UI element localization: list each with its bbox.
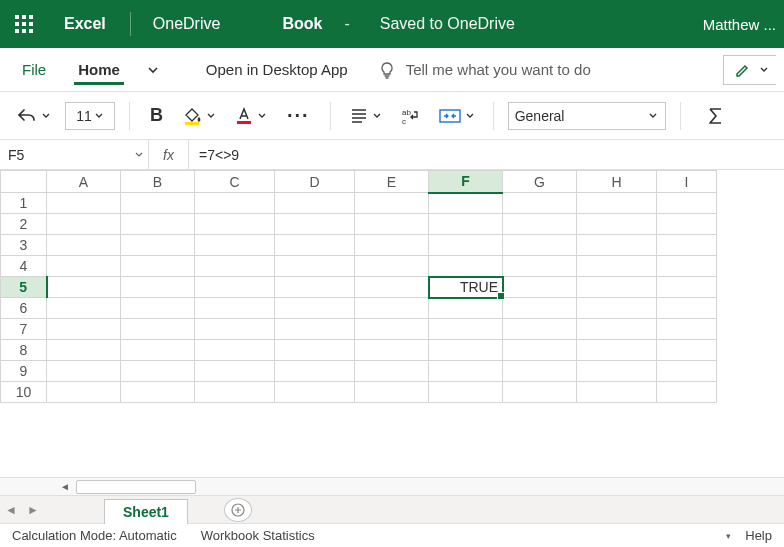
cell[interactable]: [577, 256, 657, 277]
cell[interactable]: [275, 298, 355, 319]
cell[interactable]: [47, 235, 121, 256]
number-format-selector[interactable]: General: [508, 102, 666, 130]
cell[interactable]: [355, 361, 429, 382]
cell[interactable]: [355, 340, 429, 361]
cell[interactable]: [275, 340, 355, 361]
cell[interactable]: [47, 361, 121, 382]
cell[interactable]: [577, 361, 657, 382]
row-header[interactable]: 3: [1, 235, 47, 256]
more-tabs-button[interactable]: [138, 57, 168, 83]
cell[interactable]: [429, 214, 503, 235]
sheet-nav-prev[interactable]: ◄: [0, 496, 22, 523]
cell[interactable]: [429, 235, 503, 256]
cell[interactable]: [355, 319, 429, 340]
column-header[interactable]: A: [47, 171, 121, 193]
cell[interactable]: [577, 382, 657, 403]
cell[interactable]: [355, 256, 429, 277]
font-color-button[interactable]: [230, 102, 271, 130]
cell[interactable]: [429, 298, 503, 319]
open-in-desktop-button[interactable]: Open in Desktop App: [198, 55, 356, 84]
document-title[interactable]: Book: [282, 15, 322, 33]
cell[interactable]: [503, 361, 577, 382]
font-size-selector[interactable]: 11: [65, 102, 115, 130]
cell[interactable]: [275, 277, 355, 298]
cell[interactable]: [657, 193, 717, 214]
cell[interactable]: [503, 256, 577, 277]
cell[interactable]: [47, 277, 121, 298]
column-header[interactable]: I: [657, 171, 717, 193]
cell[interactable]: [121, 382, 195, 403]
add-sheet-button[interactable]: [224, 498, 252, 522]
tab-home[interactable]: Home: [64, 55, 134, 84]
sheet-nav-next[interactable]: ►: [22, 496, 44, 523]
cell[interactable]: [47, 340, 121, 361]
column-header[interactable]: G: [503, 171, 577, 193]
cell[interactable]: [355, 382, 429, 403]
cell[interactable]: [47, 382, 121, 403]
app-launcher-icon[interactable]: [8, 15, 40, 33]
save-status[interactable]: Saved to OneDrive: [372, 11, 523, 37]
cell[interactable]: [577, 340, 657, 361]
cell[interactable]: [503, 235, 577, 256]
cell[interactable]: [503, 298, 577, 319]
app-name[interactable]: Excel: [54, 11, 116, 37]
sheet-tab-active[interactable]: Sheet1: [104, 499, 188, 524]
select-all-corner[interactable]: [1, 171, 47, 193]
tell-me-search[interactable]: Tell me what you want to do: [378, 61, 591, 79]
cell[interactable]: [657, 340, 717, 361]
cell[interactable]: [577, 298, 657, 319]
cell[interactable]: [195, 298, 275, 319]
cell[interactable]: [121, 298, 195, 319]
cell[interactable]: [503, 277, 577, 298]
cell[interactable]: [121, 340, 195, 361]
cell[interactable]: TRUE: [429, 277, 503, 298]
status-dropdown-icon[interactable]: ▾: [726, 531, 731, 541]
cell[interactable]: [121, 193, 195, 214]
cell[interactable]: [355, 277, 429, 298]
cell[interactable]: [195, 340, 275, 361]
row-header[interactable]: 1: [1, 193, 47, 214]
editing-mode-button[interactable]: [723, 55, 776, 85]
cell[interactable]: [121, 235, 195, 256]
workbook-stats-label[interactable]: Workbook Statistics: [201, 528, 315, 543]
column-header[interactable]: C: [195, 171, 275, 193]
row-header[interactable]: 5: [1, 277, 47, 298]
cell[interactable]: [657, 235, 717, 256]
alignment-button[interactable]: [345, 103, 386, 129]
cell[interactable]: [503, 340, 577, 361]
row-header[interactable]: 2: [1, 214, 47, 235]
cell[interactable]: [275, 235, 355, 256]
location-label[interactable]: OneDrive: [145, 11, 229, 37]
cell[interactable]: [429, 256, 503, 277]
row-header[interactable]: 7: [1, 319, 47, 340]
cell[interactable]: [195, 256, 275, 277]
cell[interactable]: [275, 361, 355, 382]
undo-button[interactable]: [12, 102, 55, 130]
row-header[interactable]: 6: [1, 298, 47, 319]
cell[interactable]: [657, 382, 717, 403]
cell[interactable]: [121, 319, 195, 340]
more-font-options-button[interactable]: ···: [281, 104, 316, 127]
cell[interactable]: [429, 340, 503, 361]
cell[interactable]: [195, 361, 275, 382]
cell[interactable]: [577, 319, 657, 340]
cell[interactable]: [577, 235, 657, 256]
cell[interactable]: [47, 214, 121, 235]
cell[interactable]: [577, 277, 657, 298]
column-header[interactable]: E: [355, 171, 429, 193]
column-header[interactable]: D: [275, 171, 355, 193]
cell[interactable]: [657, 256, 717, 277]
cell[interactable]: [657, 319, 717, 340]
cell[interactable]: [121, 277, 195, 298]
cell[interactable]: [275, 382, 355, 403]
column-header[interactable]: F: [429, 171, 503, 193]
cell[interactable]: [121, 256, 195, 277]
cell[interactable]: [355, 235, 429, 256]
cell[interactable]: [195, 277, 275, 298]
cell[interactable]: [657, 277, 717, 298]
cell[interactable]: [47, 256, 121, 277]
tab-file[interactable]: File: [8, 55, 60, 84]
cell[interactable]: [577, 193, 657, 214]
cell[interactable]: [275, 319, 355, 340]
cell[interactable]: [657, 214, 717, 235]
